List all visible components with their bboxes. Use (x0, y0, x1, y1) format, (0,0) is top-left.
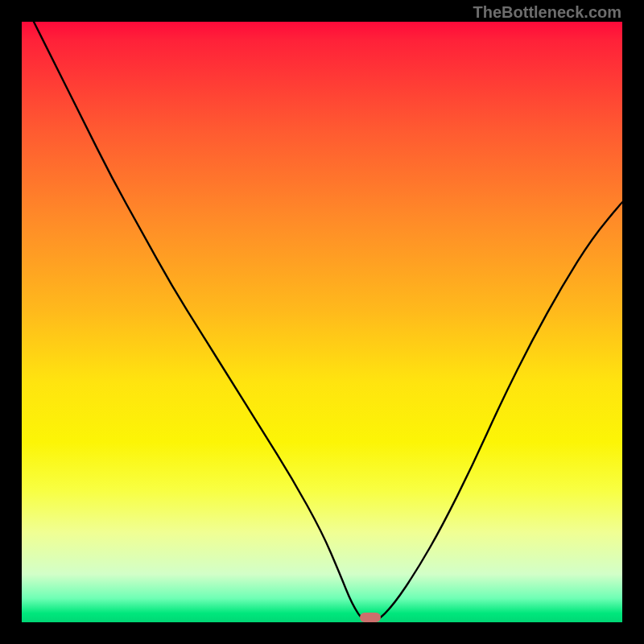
plot-area (22, 22, 622, 622)
attribution-text: TheBottleneck.com (473, 3, 621, 22)
bottleneck-curve (22, 22, 622, 622)
curve-path (34, 22, 622, 622)
optimum-marker (360, 613, 381, 622)
chart-container: TheBottleneck.com (0, 0, 644, 644)
